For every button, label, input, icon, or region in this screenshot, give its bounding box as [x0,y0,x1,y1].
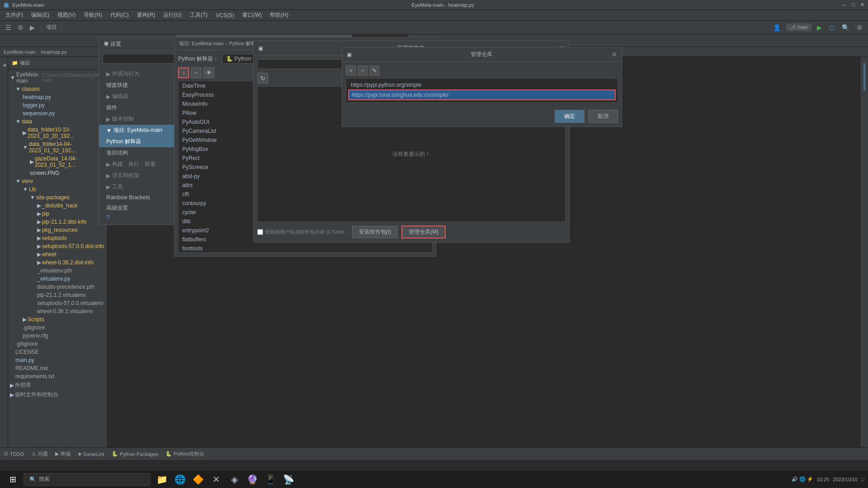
taskbar-app-2[interactable]: ✕ [208,471,224,488]
run-icon[interactable]: ▶ [28,23,37,32]
settings-icon[interactable]: ⚙ [16,23,25,32]
taskbar-search[interactable]: 🔍 搜索 [24,473,150,486]
project-button[interactable]: ☰ [4,23,13,32]
tree-setuptools-dist[interactable]: ▶ setuptools-57.0.0.dist-info [8,242,107,250]
tree-pkg-resources[interactable]: ▶ pkg_resources [8,226,107,234]
tree-scripts[interactable]: ▶ Scripts [8,315,107,324]
settings-icon2[interactable]: ⚙ [855,23,864,32]
tree-data-folder2[interactable]: ▼ data_folder14-04-2023_01_52_192... [8,140,107,155]
bottom-python-console[interactable]: 🐍 Python控制台 [165,450,204,457]
tree-main-py[interactable]: main.py [8,356,107,364]
avail-refresh-button[interactable]: ↻ [257,73,268,84]
maximize-button[interactable]: □ [852,2,855,8]
branch-selector[interactable]: ⎇ main [786,23,811,31]
tree-setuptools[interactable]: ▶ setuptools [8,234,107,242]
menu-help[interactable]: 帮助(H) [266,10,292,20]
tree-sequencer-py[interactable]: sequencer.py [8,109,107,117]
pkg-remove-button[interactable]: − [191,67,202,78]
tree-root[interactable]: ▼ EyeMeta-main C:\Users\123\Desktop\EyeM… [8,70,107,85]
tree-data-folder1[interactable]: ▶ data_folder10-10-2023_10_20_192... [8,126,107,140]
taskbar-notification[interactable]: □ [861,477,864,482]
tree-external-libs[interactable]: ▶ 外部库 [8,380,107,390]
tree-venv[interactable]: ▼ venv [8,177,107,185]
taskbar-app-explorer[interactable]: 📁 [154,471,170,488]
menu-refactor[interactable]: 重构(R) [133,10,159,20]
taskbar-app-5[interactable]: 📱 [262,471,278,488]
tree-logger-py[interactable]: logger.py [8,101,107,109]
menu-vcs[interactable]: VCS(S) [212,11,238,19]
minimize-button[interactable]: — [841,2,846,8]
tree-distutils-pth[interactable]: distutils-precedence.pth [8,283,107,291]
install-to-user-checkbox[interactable]: 安装到用户站点软件包目录 (C:\User... [257,229,349,235]
tree-setup-virtualenv[interactable]: setuptools-57.0.0.virtualenv [8,299,107,307]
start-button[interactable]: ⊞ [4,470,22,488]
tree-virtualenv-pth[interactable]: _virtualenv.pth [8,267,107,275]
menu-view[interactable]: 视图(V) [54,10,79,20]
tree-virtualenv-py[interactable]: _virtualenv.py [8,275,107,283]
taskbar-app-3[interactable]: ◈ [226,471,242,488]
taskbar-app-1[interactable]: 🔶 [190,471,206,488]
toolbar: ☰ ⚙ ▶ 项目 👤 ⎇ main ▶ ⬡ 🔍 ⚙ [0,21,868,34]
tree-pip-virtualenv[interactable]: pip-21.1.2.virtualenv [8,291,107,299]
tree-gaze-data[interactable]: ▶ gazeData_14-04-2023_01_52_1... [8,155,107,169]
title-bar-controls[interactable]: — □ ✕ [841,2,864,8]
tree-temp-files[interactable]: ▶ 临时文件和控制台 [8,390,107,399]
help-icon[interactable]: ? [106,214,110,221]
menu-code[interactable]: 代码(C) [107,10,132,20]
close-button[interactable]: ✕ [860,2,864,8]
repo-item-pypi[interactable]: https://pypi.python.org/simple [348,80,616,89]
install-checkbox-input[interactable] [257,229,263,235]
pkg-fonttools[interactable]: fonttools [179,244,432,253]
taskbar-app-6[interactable]: 📡 [280,471,297,488]
menu-window[interactable]: 窗口(W) [239,10,265,20]
menu-file[interactable]: 文件(F) [2,10,27,20]
bottom-todo[interactable]: ☑ TODO [4,451,24,457]
tree-classes[interactable]: ▼ classes [8,85,107,93]
tree-gitignore-root[interactable]: .gitignore [8,340,107,348]
account-icon[interactable]: 👤 [771,23,783,32]
taskbar-app-edge[interactable]: 🌐 [172,471,188,488]
debug-button[interactable]: ⬡ [827,23,836,32]
taskbar-app-4[interactable]: 🔮 [244,471,260,488]
repo-remove-button[interactable]: − [358,66,368,75]
menu-run[interactable]: 运行(U) [160,10,185,20]
run-button[interactable]: ▶ [815,23,824,32]
manage-repos-button[interactable]: 管理仓库(M) [401,225,446,239]
bottom-problems[interactable]: ⚠ 问题 [32,450,48,457]
manage-repo-close[interactable]: ✕ [611,50,617,59]
search-everywhere[interactable]: 🔍 [840,23,851,32]
bottom-terminal[interactable]: ▶ 终端 [55,450,71,457]
tree-heatmap-py[interactable]: heatmap.py [8,93,107,101]
tree-wheel[interactable]: ▶ wheel [8,250,107,258]
menu-edit[interactable]: 编辑(E) [28,10,53,20]
menu-tools[interactable]: 工具(T) [186,10,211,20]
tree-wheel-virtualenv[interactable]: wheel-0.36.2.virtualenv [8,307,107,315]
sidebar-icon-1[interactable]: ▶ [1,63,6,68]
tree-wheel-dist[interactable]: ▶ wheel-0.36.2.dist-info [8,258,107,267]
repo-add-button[interactable]: + [346,66,356,75]
tree-pyvenv[interactable]: pyvenv.cfg [8,332,107,340]
pkg-easyprocess-label: EasyProcess [182,92,214,98]
repo-item-tuna[interactable]: https://pypi.tuna.tsinghua.edu.cn/simple… [348,89,616,100]
repo-edit-button[interactable]: ✎ [369,66,379,75]
tree-site-packages[interactable]: ▼ site-packages [8,193,107,202]
manage-repo-ok-button[interactable]: 确定 [555,110,585,123]
install-package-button[interactable]: 安装软件包(I) [352,226,398,238]
pkg-eye-button[interactable]: 👁 [203,67,214,78]
menu-navigate[interactable]: 导航(N) [80,10,106,20]
tree-wheel-label: wheel [42,251,56,258]
bottom-sonarlint[interactable]: ◈ SonarLint [78,451,104,457]
tree-readme[interactable]: README.md [8,364,107,372]
tree-license[interactable]: LICENSE [8,348,107,356]
manage-repo-cancel-button[interactable]: 取消 [588,110,618,123]
tree-screen-png[interactable]: screen.PNG [8,169,107,177]
tree-data[interactable]: ▼ data [8,117,107,126]
tree-lib[interactable]: ▼ Lib [8,185,107,193]
tree-requirements[interactable]: requirements.txt [8,372,107,380]
tree-pip-dist[interactable]: ▶ pip-21.1.2.dist-info [8,218,107,226]
bottom-python-packages[interactable]: 🐍 Python Packages [112,451,159,457]
tree-distutils[interactable]: ▶ _distutils_hack [8,202,107,210]
tree-pip[interactable]: ▶ pip [8,210,107,218]
pkg-add-button[interactable]: + [178,67,189,78]
tree-gitignore-venv[interactable]: .gitignore [8,324,107,332]
